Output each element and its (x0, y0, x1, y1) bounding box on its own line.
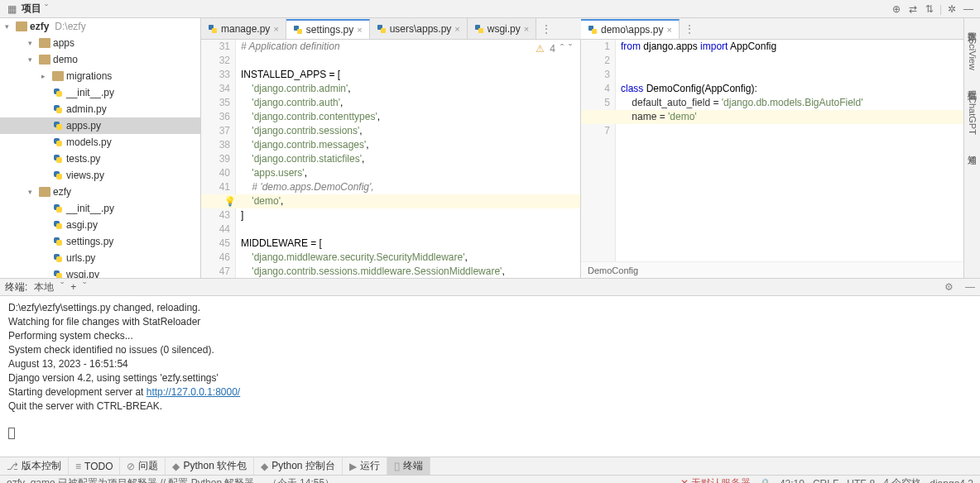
code-line-1[interactable]: from django.apps import AppConfig (621, 40, 980, 54)
hide-icon[interactable]: — (962, 2, 975, 16)
side-tool-ChatGPT[interactable]: ChatGPT (968, 93, 978, 138)
code-line-33[interactable]: INSTALLED_APPS = [ (241, 68, 580, 82)
tab-manage.py[interactable]: manage.py× (201, 18, 286, 39)
tab-users\apps.py[interactable]: users\apps.py× (370, 18, 468, 39)
code-line-47[interactable]: 'django.contrib.sessions.middleware.Sess… (241, 265, 580, 278)
project-tree[interactable]: ezfy D:\ezfy appsdemomigrations__init__.… (0, 18, 201, 278)
tree-root[interactable]: ezfy D:\ezfy (0, 18, 200, 35)
editor-pane-right[interactable]: 1234567 from django.apps import AppConfi… (581, 40, 980, 278)
tool-tab-问题[interactable]: ⊘问题 (120, 457, 166, 475)
tool-tab-运行[interactable]: ▶运行 (343, 457, 387, 475)
code-line-43[interactable]: ] (241, 208, 580, 222)
code-line-45[interactable]: MIDDLEWARE = [ (241, 237, 580, 251)
status-encoding[interactable]: UTF-8 (847, 478, 875, 484)
tree-item-settings.py[interactable]: settings.py (0, 233, 200, 250)
tool-label: TODO (84, 461, 113, 472)
lock-icon[interactable]: 🔒 (759, 478, 771, 484)
tab-wsgi.py[interactable]: wsgi.py× (468, 18, 536, 39)
inspection-left[interactable]: ⚠ 4 ˆ ˇ (536, 43, 572, 55)
status-line-sep[interactable]: CRLF (813, 478, 838, 484)
terminal-new-tab[interactable]: + (70, 281, 76, 293)
tree-item-label: migrations (66, 70, 112, 82)
tabs-more-icon[interactable]: ⋮ (536, 18, 556, 39)
tool-tab-Python 控制台[interactable]: ◆Python 控制台 (254, 457, 343, 475)
close-icon[interactable]: × (454, 24, 459, 34)
code-line-44[interactable] (241, 222, 580, 237)
tree-item-__init__.py[interactable]: __init__.py (0, 200, 200, 217)
tree-item-admin.py[interactable]: admin.py (0, 101, 200, 117)
tree-item-asgi.py[interactable]: asgi.py (0, 217, 200, 233)
terminal[interactable]: D:\ezfy\ezfy\settings.py changed, reload… (0, 296, 980, 457)
tree-item-demo[interactable]: demo (0, 51, 200, 68)
close-icon[interactable]: × (666, 25, 671, 35)
python-file-icon (52, 136, 64, 148)
side-tool-SciView[interactable]: SciView (968, 35, 978, 74)
code-line-31[interactable]: # Application definition (241, 40, 580, 54)
chevron-down-icon[interactable]: ˇ (83, 281, 86, 293)
status-server[interactable]: ✕ 无默认服务器 (680, 476, 751, 483)
gear-icon[interactable]: ⚙ (944, 281, 954, 293)
tree-item-tests.py[interactable]: tests.py (0, 151, 200, 167)
status-env[interactable]: django4.2 (930, 478, 973, 484)
code-line-39[interactable]: 'django.contrib.staticfiles', (241, 152, 580, 166)
collapse-icon[interactable]: ⇅ (923, 2, 936, 16)
status-indent[interactable]: 4 个空格 (883, 476, 921, 483)
tree-item-models.py[interactable]: models.py (0, 134, 200, 151)
code-line-36[interactable]: 'django.contrib.contenttypes', (241, 110, 580, 124)
tabs-more-icon[interactable]: ⋮ (680, 18, 699, 39)
hide-icon[interactable]: — (965, 281, 975, 293)
chevron-down-icon[interactable]: ˇ (45, 3, 48, 15)
code-line-35[interactable]: 'django.contrib.auth', (241, 96, 580, 110)
side-tool-远程主机[interactable]: 远程主机 (966, 80, 978, 87)
code-line-7[interactable] (621, 124, 980, 138)
tool-tab-TODO[interactable]: ≡TODO (69, 457, 120, 475)
tree-item-urls.py[interactable]: urls.py (0, 250, 200, 266)
chevron-down-icon[interactable]: ˇ (60, 281, 64, 293)
tree-item-__init__.py[interactable]: __init__.py (0, 84, 200, 101)
tree-item-migrations[interactable]: migrations (0, 68, 200, 84)
server-url-link[interactable]: http://127.0.0.1:8000/ (147, 386, 240, 398)
status-bar: ezfy_game 已被配置为项目解释器 // 配置 Python 解释器 …（… (0, 475, 980, 483)
code-line-5[interactable]: default_auto_field = 'django.db.models.B… (621, 96, 980, 110)
close-icon[interactable]: × (273, 24, 278, 34)
terminal-line: August 13, 2023 - 16:51:54 (8, 357, 972, 371)
code-line-3[interactable] (621, 68, 980, 82)
code-line-42[interactable]: 'demo', (201, 194, 580, 208)
close-icon[interactable]: × (357, 25, 362, 35)
code-line-40[interactable]: 'apps.users', (241, 166, 580, 180)
terminal-tab-local[interactable]: 本地 (34, 280, 54, 294)
tab-settings.py[interactable]: settings.py× (286, 19, 370, 40)
expand-icon[interactable]: ⇄ (906, 2, 920, 16)
tree-item-ezfy[interactable]: ezfy (0, 184, 200, 200)
code-line-46[interactable]: 'django.middleware.security.SecurityMidd… (241, 251, 580, 265)
intention-bulb-icon[interactable] (224, 195, 236, 207)
code-line-4[interactable]: class DemoConfig(AppConfig): (621, 82, 980, 96)
tree-item-wsgi.py[interactable]: wsgi.py (0, 266, 200, 278)
target-icon[interactable]: ⊕ (890, 2, 903, 16)
tree-item-views.py[interactable]: views.py (0, 167, 200, 184)
editor-area: manage.py×settings.py×users\apps.py×wsgi… (201, 18, 980, 278)
code-line-34[interactable]: 'django.contrib.admin', (241, 82, 580, 96)
gear-icon[interactable]: ✲ (945, 2, 958, 16)
code-line-37[interactable]: 'django.contrib.sessions', (241, 124, 580, 138)
code-line-6[interactable]: name = 'demo' (581, 110, 980, 124)
code-line-2[interactable] (621, 54, 980, 68)
tab-demo\apps.py[interactable]: demo\apps.py× (581, 19, 680, 40)
main-area: ezfy D:\ezfy appsdemomigrations__init__.… (0, 18, 980, 278)
code-line-38[interactable]: 'django.contrib.messages', (241, 138, 580, 152)
close-icon[interactable]: × (524, 24, 529, 34)
breadcrumb[interactable]: DemoConfig (581, 261, 980, 278)
status-caret-pos[interactable]: 42:10 (780, 478, 805, 484)
code-line-32[interactable] (241, 54, 580, 68)
tool-label: 问题 (138, 459, 158, 473)
code-line-41[interactable]: # 'demo.apps.DemoConfig', (241, 180, 580, 194)
tool-tab-Python 软件包[interactable]: ◆Python 软件包 (166, 457, 254, 475)
editor-pane-left[interactable]: 3132333435363738394041424344454647 # App… (201, 40, 581, 278)
tool-tab-版本控制[interactable]: ⎇版本控制 (0, 457, 69, 475)
python-file-icon (52, 170, 64, 181)
tree-item-apps[interactable]: apps (0, 35, 200, 51)
side-tool-通知[interactable]: 通知 (966, 145, 978, 151)
side-tool-数据库[interactable]: 数据库 (966, 22, 978, 28)
tree-item-apps.py[interactable]: apps.py (0, 117, 200, 134)
tool-tab-终端[interactable]: ⌷终端 (387, 457, 430, 475)
